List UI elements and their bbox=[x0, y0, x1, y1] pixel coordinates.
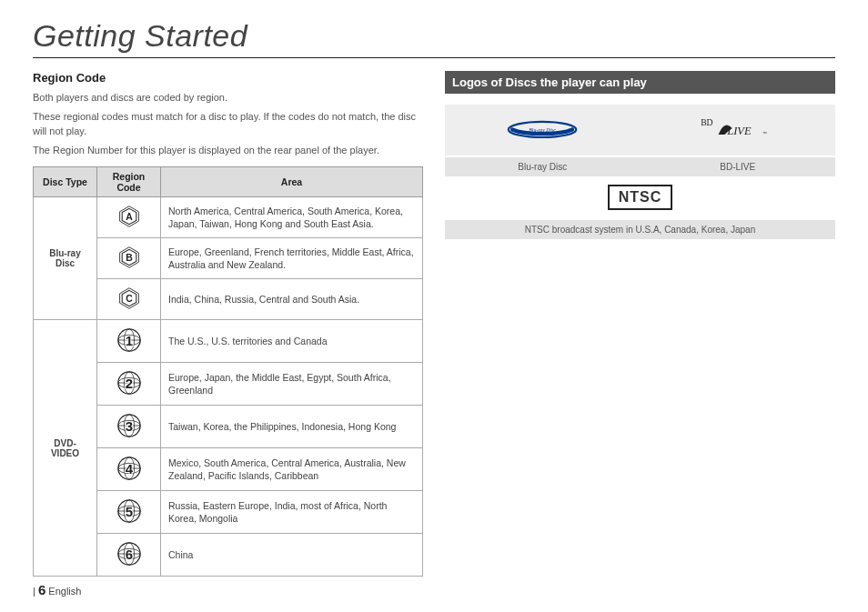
region-code-heading: Region Code bbox=[33, 71, 423, 85]
area-cell: Europe, Japan, the Middle East, Egypt, S… bbox=[161, 363, 423, 406]
th-region-code: Region Code bbox=[97, 167, 161, 197]
region-icon-a: A bbox=[97, 197, 161, 238]
region-code-para2: These regional codes must match for a di… bbox=[33, 109, 423, 139]
area-cell: Europe, Greenland, French territories, M… bbox=[161, 238, 423, 279]
svg-text:A: A bbox=[126, 212, 133, 222]
svg-text:3: 3 bbox=[125, 418, 132, 434]
table-row: DVD-VIDEO 1 The U.S., U.S. territories a… bbox=[34, 320, 423, 363]
globe-4-icon: 4 bbox=[116, 456, 142, 481]
logos-heading: Logos of Discs the player can play bbox=[445, 71, 835, 94]
area-cell: China bbox=[161, 534, 423, 577]
svg-text:B: B bbox=[126, 253, 133, 263]
globe-6-icon: 6 bbox=[116, 541, 142, 567]
page-number: 6 bbox=[38, 582, 45, 597]
th-disc-type: Disc Type bbox=[34, 167, 97, 197]
region-icon-3: 3 bbox=[97, 406, 161, 448]
area-cell: North America, Central America, South Am… bbox=[161, 197, 423, 238]
hexagon-c-icon: C bbox=[117, 286, 141, 310]
area-cell: India, China, Russia, Central and South … bbox=[161, 279, 423, 320]
hexagon-a-icon: A bbox=[117, 205, 141, 228]
ntsc-label: NTSC broadcast system in U.S.A, Canada, … bbox=[445, 220, 835, 239]
svg-text:2: 2 bbox=[125, 376, 132, 391]
logo-grid: Blu-ray Disc BD LIVE ™ Blu-ray Disc BD-L… bbox=[445, 105, 835, 239]
area-cell: Mexico, South America, Central America, … bbox=[161, 448, 423, 491]
right-column: Logos of Discs the player can play Blu-r… bbox=[445, 71, 835, 577]
disc-type-bluray: Blu-ray Disc bbox=[34, 197, 97, 320]
bluray-disc-logo-icon: Blu-ray Disc bbox=[503, 115, 581, 145]
svg-text:1: 1 bbox=[125, 333, 132, 348]
svg-text:™: ™ bbox=[762, 131, 767, 135]
globe-2-icon: 2 bbox=[116, 370, 142, 396]
footer-lang: English bbox=[48, 586, 81, 597]
region-code-para1: Both players and discs are coded by regi… bbox=[33, 90, 423, 105]
bluray-disc-logo-cell: Blu-ray Disc bbox=[445, 105, 641, 157]
table-row: Blu-ray Disc A North America, Central Am… bbox=[34, 197, 423, 238]
svg-text:BD: BD bbox=[701, 117, 712, 127]
svg-text:5: 5 bbox=[125, 504, 132, 519]
bdlive-label: BD-LIVE bbox=[641, 157, 836, 176]
page-title: Getting Started bbox=[33, 18, 835, 58]
left-column: Region Code Both players and discs are c… bbox=[33, 71, 423, 577]
globe-5-icon: 5 bbox=[116, 498, 142, 524]
svg-text:LIVE: LIVE bbox=[726, 125, 752, 137]
svg-text:4: 4 bbox=[125, 461, 133, 477]
disc-type-dvd: DVD-VIDEO bbox=[34, 320, 97, 577]
region-icon-6: 6 bbox=[97, 534, 161, 577]
region-icon-1: 1 bbox=[97, 320, 161, 363]
region-icon-2: 2 bbox=[97, 363, 161, 406]
bluray-label: Blu-ray Disc bbox=[445, 157, 641, 176]
ntsc-logo-icon: NTSC bbox=[608, 185, 673, 210]
svg-text:Blu-ray Disc: Blu-ray Disc bbox=[530, 127, 557, 133]
th-area: Area bbox=[161, 167, 423, 197]
svg-text:6: 6 bbox=[125, 547, 132, 562]
region-code-table: Disc Type Region Code Area Blu-ray Disc … bbox=[33, 166, 423, 577]
region-icon-b: B bbox=[97, 238, 161, 279]
bd-live-logo-cell: BD LIVE ™ bbox=[641, 105, 836, 157]
ntsc-logo-cell: NTSC bbox=[445, 176, 835, 220]
region-icon-c: C bbox=[97, 279, 161, 320]
bd-live-logo-icon: BD LIVE ™ bbox=[697, 114, 779, 146]
globe-1-icon: 1 bbox=[116, 327, 142, 353]
globe-3-icon: 3 bbox=[116, 413, 142, 438]
region-icon-5: 5 bbox=[97, 491, 161, 534]
page-footer: | 6 English bbox=[33, 582, 81, 597]
area-cell: The U.S., U.S. territories and Canada bbox=[161, 320, 423, 363]
area-cell: Taiwan, Korea, the Philippines, Indonesi… bbox=[161, 406, 423, 448]
svg-text:C: C bbox=[126, 294, 133, 304]
hexagon-b-icon: B bbox=[117, 246, 141, 269]
region-icon-4: 4 bbox=[97, 448, 161, 491]
area-cell: Russia, Eastern Europe, India, most of A… bbox=[161, 491, 423, 534]
region-code-para3: The Region Number for this player is dis… bbox=[33, 143, 423, 158]
